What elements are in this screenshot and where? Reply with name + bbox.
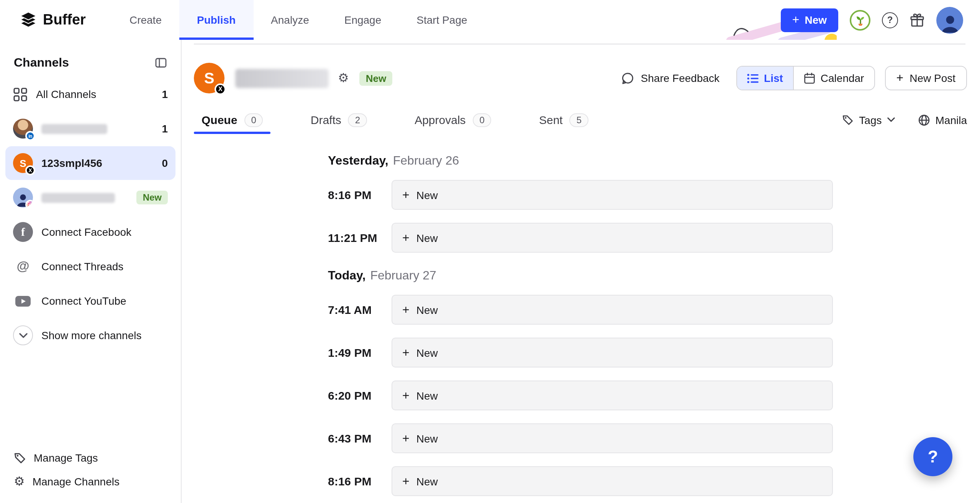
sidebar-item-x-channel[interactable]: S X 123smpl456 0 xyxy=(5,146,175,180)
blurred-channel-name xyxy=(41,193,115,203)
new-post-slot-button[interactable]: + New xyxy=(392,381,833,410)
calendar-view-button[interactable]: Calendar xyxy=(794,67,874,90)
top-navigation-bar: Buffer Create Publish Analyze Engage Sta… xyxy=(0,0,980,40)
person-icon xyxy=(938,10,961,33)
new-post-slot-button[interactable]: + New xyxy=(392,180,833,210)
nav-item-start-page[interactable]: Start Page xyxy=(399,0,485,40)
channel-avatar-large: S X xyxy=(194,63,225,93)
channel-header: S X ⚙ New Share Feedback xyxy=(194,63,967,93)
buffer-logo-icon xyxy=(20,11,37,28)
nav-item-engage[interactable]: Engage xyxy=(327,0,399,40)
gift-icon[interactable] xyxy=(910,12,925,28)
plus-icon: + xyxy=(402,189,410,201)
tab-approvals[interactable]: Approvals 0 xyxy=(407,106,499,134)
nav-item-create[interactable]: Create xyxy=(112,0,179,40)
grid-icon xyxy=(13,87,28,101)
x-badge-icon: X xyxy=(25,165,35,175)
tab-badge: 0 xyxy=(244,113,263,127)
channel-avatar xyxy=(13,188,33,207)
blurred-channel-name xyxy=(41,124,107,134)
channel-settings-gear-icon[interactable]: ⚙ xyxy=(338,72,349,84)
collapse-sidebar-icon[interactable] xyxy=(155,57,167,69)
new-channel-badge: New xyxy=(360,71,392,85)
manage-tags-button[interactable]: Manage Tags xyxy=(0,447,181,469)
x-badge-icon: X xyxy=(215,83,226,95)
threads-icon: @ xyxy=(13,256,33,276)
sidebar-title: Channels xyxy=(14,56,69,70)
connect-youtube-button[interactable]: Connect YouTube xyxy=(5,284,175,318)
plus-icon: + xyxy=(792,14,800,26)
manage-channels-button[interactable]: ⚙ Manage Channels xyxy=(0,471,181,492)
queue-slot-row: 6:20 PM + New xyxy=(328,381,833,410)
queue-slot-row: 8:16 PM + New xyxy=(328,466,833,496)
slot-time: 6:43 PM xyxy=(328,432,392,445)
user-avatar[interactable] xyxy=(936,7,963,33)
tab-queue[interactable]: Queue 0 xyxy=(194,106,271,134)
day-heading: Today, February 27 xyxy=(328,268,833,283)
timezone-selector[interactable]: Manila xyxy=(918,114,967,126)
buffer-logo[interactable]: Buffer xyxy=(20,11,86,28)
new-post-slot-button[interactable]: + New xyxy=(392,223,833,253)
sidebar-item-linkedin-channel[interactable]: in 1 xyxy=(5,112,175,145)
plus-icon: + xyxy=(402,304,410,316)
gear-icon: ⚙ xyxy=(14,475,25,488)
new-channel-badge: New xyxy=(137,191,168,204)
list-view-button[interactable]: List xyxy=(737,67,793,90)
tab-badge: 5 xyxy=(570,113,588,127)
sidebar-item-all-channels[interactable]: All Channels 1 xyxy=(5,77,175,111)
primary-nav: Create Publish Analyze Engage Start Page xyxy=(112,0,485,40)
channel-list: All Channels 1 in 1 S X 123smpl456 0 xyxy=(0,77,181,352)
streak-points-icon[interactable] xyxy=(850,10,870,30)
nav-item-publish[interactable]: Publish xyxy=(179,0,253,40)
new-post-slot-button[interactable]: + New xyxy=(392,338,833,367)
queue-slot-row: 11:21 PM + New xyxy=(328,223,833,253)
help-icon[interactable]: ? xyxy=(882,12,898,28)
buffer-publish-page: Buffer Create Publish Analyze Engage Sta… xyxy=(0,0,980,503)
queue-tabs: Queue 0 Drafts 2 Approvals 0 Sent 5 xyxy=(194,106,967,134)
new-post-slot-button[interactable]: + New xyxy=(392,466,833,496)
slot-time: 1:49 PM xyxy=(328,346,392,359)
new-post-button[interactable]: + New Post xyxy=(885,66,967,90)
slot-time: 6:20 PM xyxy=(328,389,392,402)
channel-avatar: in xyxy=(13,119,33,139)
nav-item-analyze[interactable]: Analyze xyxy=(253,0,327,40)
plus-icon: + xyxy=(402,475,410,487)
sidebar-footer: Manage Tags ⚙ Manage Channels xyxy=(0,447,181,495)
queue-schedule-list: Yesterday, February 26 8:16 PM + New 11:… xyxy=(328,153,833,503)
instagram-badge-icon xyxy=(25,200,33,207)
topbar-actions: + New ? xyxy=(781,7,963,33)
tags-filter-dropdown[interactable]: Tags xyxy=(842,114,895,126)
view-toggle: List Calendar xyxy=(736,66,875,90)
feedback-bubble-icon xyxy=(622,72,635,85)
sprout-icon xyxy=(854,14,866,26)
plus-icon: + xyxy=(402,432,410,444)
connect-facebook-button[interactable]: f Connect Facebook xyxy=(5,215,175,249)
day-heading: Yesterday, February 26 xyxy=(328,153,833,168)
facebook-icon: f xyxy=(13,222,33,242)
queue-slot-row: 7:41 AM + New xyxy=(328,295,833,325)
list-icon xyxy=(747,73,759,83)
linkedin-badge-icon: in xyxy=(25,131,35,141)
new-post-slot-button[interactable]: + New xyxy=(392,295,833,325)
blurred-channel-name xyxy=(235,69,329,88)
plus-icon: + xyxy=(402,389,410,402)
tab-badge: 2 xyxy=(348,113,367,127)
plus-icon: + xyxy=(402,232,410,244)
sidebar-item-instagram-channel[interactable]: New xyxy=(5,181,175,214)
channel-count: 1 xyxy=(162,88,168,100)
help-beacon-button[interactable]: ? xyxy=(913,437,952,476)
tag-icon xyxy=(842,114,854,126)
tag-icon xyxy=(14,452,26,464)
connect-threads-button[interactable]: @ Connect Threads xyxy=(5,250,175,283)
slot-time: 7:41 AM xyxy=(328,303,392,316)
tab-drafts[interactable]: Drafts 2 xyxy=(303,106,375,134)
new-button[interactable]: + New xyxy=(781,8,838,32)
youtube-icon xyxy=(13,291,33,311)
channel-count: 0 xyxy=(162,157,168,169)
new-post-slot-button[interactable]: + New xyxy=(392,423,833,453)
slot-time: 8:16 PM xyxy=(328,475,392,488)
tab-sent[interactable]: Sent 5 xyxy=(531,106,596,134)
slot-time: 11:21 PM xyxy=(328,231,392,244)
show-more-channels-button[interactable]: Show more channels xyxy=(5,318,175,352)
share-feedback-button[interactable]: Share Feedback xyxy=(622,72,719,85)
